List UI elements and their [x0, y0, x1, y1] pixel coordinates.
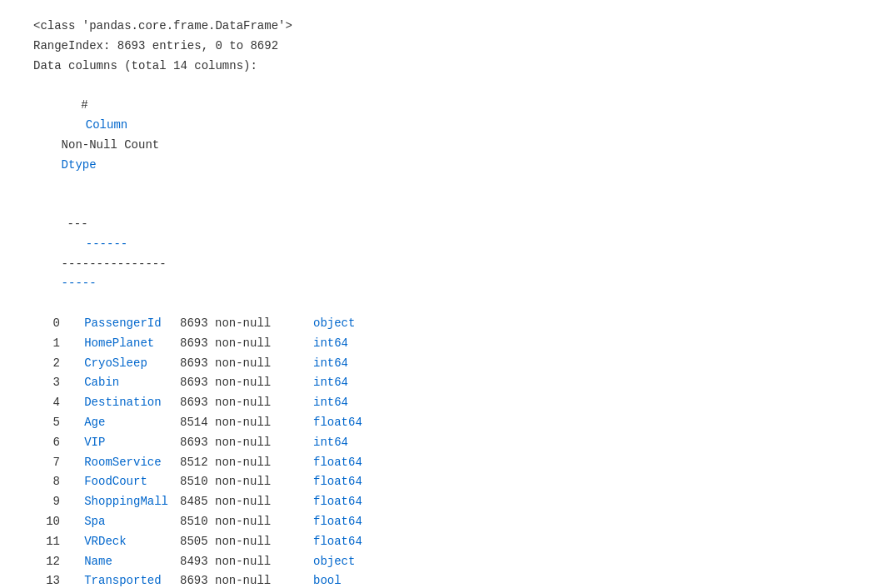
table-row: 8 FoodCourt 8510 non-null float64 [33, 472, 840, 492]
row-dtype: float64 [313, 492, 362, 512]
row-name: Destination [60, 393, 180, 413]
row-num: 4 [33, 393, 60, 413]
table-row: 13 Transported 8693 non-null bool [33, 571, 840, 588]
header-column: Column [62, 116, 182, 136]
row-dtype: object [313, 552, 355, 572]
row-name: RoomService [60, 453, 180, 473]
row-dtype: float64 [313, 453, 362, 473]
row-count: 8693 non-null [180, 334, 313, 354]
row-dtype: float64 [313, 413, 362, 433]
table-row: 1 HomePlanet 8693 non-null int64 [33, 334, 840, 354]
div-dtype: ----- [62, 274, 97, 294]
row-count: 8693 non-null [180, 373, 313, 393]
row-dtype: int64 [313, 334, 348, 354]
row-num: 12 [33, 552, 60, 572]
row-num: 0 [33, 314, 60, 334]
table-row: 0 PassengerId 8693 non-null object [33, 314, 840, 334]
table-row: 3 Cabin 8693 non-null int64 [33, 373, 840, 393]
divider-row: --- ------ --------------- ----- [33, 195, 840, 314]
row-num: 3 [33, 373, 60, 393]
row-count: 8514 non-null [180, 413, 313, 433]
div-non-null: --------------- [62, 255, 195, 275]
row-count: 8693 non-null [180, 354, 313, 374]
row-name: Spa [60, 512, 180, 532]
row-name: VRDeck [60, 532, 180, 552]
row-dtype: object [313, 314, 355, 334]
table-row: 12 Name 8493 non-null object [33, 552, 840, 572]
table-row: 4 Destination 8693 non-null int64 [33, 393, 840, 413]
table-row: 11 VRDeck 8505 non-null float64 [33, 532, 840, 552]
div-hash: --- [62, 215, 88, 235]
range-index-line: RangeIndex: 8693 entries, 0 to 8692 [33, 37, 840, 57]
row-count: 8510 non-null [180, 472, 313, 492]
row-num: 11 [33, 532, 60, 552]
row-name: ShoppingMall [60, 492, 180, 512]
row-dtype: float64 [313, 512, 362, 532]
row-num: 10 [33, 512, 60, 532]
row-count: 8693 non-null [180, 433, 313, 453]
row-name: Cabin [60, 373, 180, 393]
row-count: 8693 non-null [180, 314, 313, 334]
row-count: 8505 non-null [180, 532, 313, 552]
table-header: # Column Non-Null Count Dtype [33, 76, 840, 195]
row-dtype: float64 [313, 532, 362, 552]
table-row: 10 Spa 8510 non-null float64 [33, 512, 840, 532]
row-name: VIP [60, 433, 180, 453]
row-count: 8512 non-null [180, 453, 313, 473]
row-dtype: bool [313, 571, 342, 588]
row-num: 7 [33, 453, 60, 473]
class-line: <class 'pandas.core.frame.DataFrame'> [33, 17, 840, 37]
row-count: 8693 non-null [180, 393, 313, 413]
row-name: Age [60, 413, 180, 433]
header-dtype: Dtype [62, 156, 97, 176]
row-name: FoodCourt [60, 472, 180, 492]
row-dtype: int64 [313, 393, 348, 413]
div-column: ------ [62, 235, 182, 255]
table-row: 5 Age 8514 non-null float64 [33, 413, 840, 433]
row-dtype: int64 [313, 373, 348, 393]
row-dtype: int64 [313, 433, 348, 453]
row-dtype: int64 [313, 354, 348, 374]
row-num: 2 [33, 354, 60, 374]
row-count: 8510 non-null [180, 512, 313, 532]
row-dtype: float64 [313, 472, 362, 492]
row-count: 8485 non-null [180, 492, 313, 512]
row-num: 5 [33, 413, 60, 433]
row-count: 8693 non-null [180, 571, 313, 588]
row-count: 8493 non-null [180, 552, 313, 572]
output-container: <class 'pandas.core.frame.DataFrame'> Ra… [0, 0, 873, 588]
header-hash: # [62, 96, 88, 116]
table-row: 6 VIP 8693 non-null int64 [33, 433, 840, 453]
table-rows: 0 PassengerId 8693 non-null object 1 Hom… [33, 314, 840, 588]
table-row: 7 RoomService 8512 non-null float64 [33, 453, 840, 473]
row-num: 1 [33, 334, 60, 354]
row-num: 6 [33, 433, 60, 453]
header-non-null: Non-Null Count [62, 136, 195, 156]
data-columns-line: Data columns (total 14 columns): [33, 57, 840, 77]
row-name: Transported [60, 571, 180, 588]
table-row: 2 CryoSleep 8693 non-null int64 [33, 354, 840, 374]
row-name: HomePlanet [60, 334, 180, 354]
row-num: 9 [33, 492, 60, 512]
row-name: CryoSleep [60, 354, 180, 374]
row-num: 8 [33, 472, 60, 492]
row-name: PassengerId [60, 314, 180, 334]
row-num: 13 [33, 571, 60, 588]
row-name: Name [60, 552, 180, 572]
table-row: 9 ShoppingMall 8485 non-null float64 [33, 492, 840, 512]
